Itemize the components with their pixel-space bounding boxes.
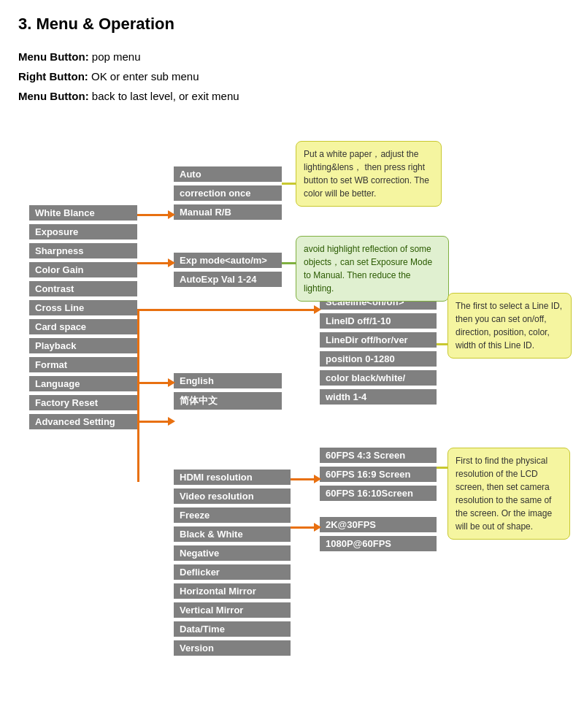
menu-advanced-setting: Advanced Setting xyxy=(29,414,137,429)
menu-playback: Playback xyxy=(29,338,137,353)
hdmi-4-3: 60FPS 4:3 Screen xyxy=(320,448,437,463)
callout-crossline: The first to select a Line ID, then you … xyxy=(447,293,572,359)
menu-card-space: Card space xyxy=(29,319,137,334)
adv-version: Version xyxy=(174,640,291,656)
cl-lineid: LineID off/1-10 xyxy=(320,313,437,329)
callout-exp-pointer xyxy=(282,262,296,264)
adv-deflicker: Deflicker xyxy=(174,564,291,580)
menu-cross-line: Cross Line xyxy=(29,300,137,315)
page-title: 3. Menu & Operation xyxy=(18,15,566,34)
exp-autoexp: AutoExp Val 1-24 xyxy=(174,272,282,287)
conn-adv-v2 xyxy=(137,423,139,482)
adv-negative: Negative xyxy=(174,545,291,561)
arrow-hdmi xyxy=(291,478,316,480)
adv-hdmi: HDMI resolution xyxy=(174,470,291,485)
adv-hmirror: Horizontal Mirror xyxy=(174,583,291,599)
hdmi-16-10: 60FPS 16:10Screen xyxy=(320,486,437,501)
video-2k: 2K@30FPS xyxy=(320,517,437,532)
menu-language: Language xyxy=(29,376,137,391)
callout-adv: First to find the physical resolution of… xyxy=(447,448,570,540)
conn-adv-v xyxy=(137,309,139,424)
lang-english: English xyxy=(174,373,282,388)
arrow-adv xyxy=(137,421,170,423)
menu-contrast: Contrast xyxy=(29,281,137,296)
adv-datetime: Data/Time xyxy=(174,621,291,637)
intro-text: Menu Button: pop menu Right Button: OK o… xyxy=(18,47,566,106)
menu-diagram: White Blance Exposure Sharpness Color Ga… xyxy=(18,119,573,667)
wb-auto: Auto xyxy=(174,166,282,182)
adv-video: Video resolution xyxy=(174,488,291,504)
menu-white-blance: White Blance xyxy=(29,205,137,221)
menu-sharpness: Sharpness xyxy=(29,243,137,258)
callout-exp: avoid highlight reflection of some objec… xyxy=(296,236,449,302)
video-1080p: 1080P@60FPS xyxy=(320,536,437,551)
menu-color-gain: Color Gain xyxy=(29,262,137,277)
adv-vmirror: Vertical Mirror xyxy=(174,602,291,618)
callout-adv-pointer xyxy=(437,467,448,469)
arrow-lang xyxy=(137,382,170,384)
arrow-crossline xyxy=(137,309,316,311)
adv-bw: Black & White xyxy=(174,526,291,542)
menu-factory-reset: Factory Reset xyxy=(29,395,137,410)
cl-width: width 1-4 xyxy=(320,389,437,405)
callout-wb: Put a white paper，adjust the lighting&le… xyxy=(296,141,442,207)
wb-manual: Manual R/B xyxy=(174,204,282,220)
lang-chinese: 简体中文 xyxy=(174,392,282,410)
cl-position: position 0-1280 xyxy=(320,351,437,367)
menu-format: Format xyxy=(29,357,137,372)
callout-cl-pointer xyxy=(437,343,448,345)
arrow-video xyxy=(291,526,316,529)
arrow-exp xyxy=(137,262,170,264)
callout-wb-pointer xyxy=(282,183,296,185)
menu-exposure: Exposure xyxy=(29,224,137,240)
cl-linedir: LineDir off/hor/ver xyxy=(320,332,437,348)
adv-freeze: Freeze xyxy=(174,507,291,523)
hdmi-16-9: 60FPS 16:9 Screen xyxy=(320,467,437,482)
arrow-wb xyxy=(137,214,170,216)
cl-color: color black/white/ xyxy=(320,370,437,386)
wb-correction: correction once xyxy=(174,185,282,201)
exp-mode: Exp mode<auto/m> xyxy=(174,253,282,268)
